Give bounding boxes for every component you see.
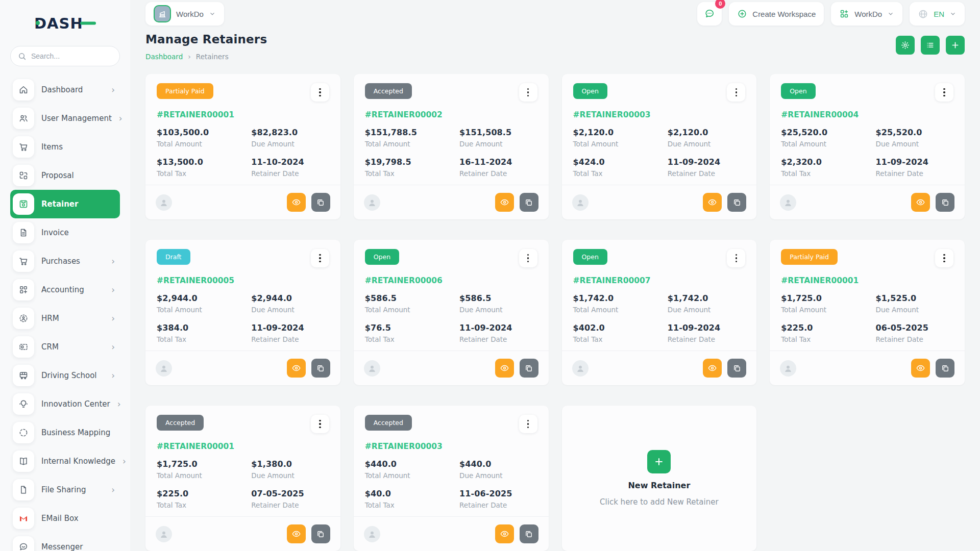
retainer-number[interactable]: #RETAINER00003 bbox=[573, 110, 746, 119]
avatar bbox=[572, 360, 589, 377]
circle-dashed-icon bbox=[13, 422, 34, 443]
view-button[interactable] bbox=[703, 359, 722, 378]
view-button[interactable] bbox=[495, 524, 514, 543]
due-amount-label: Due Amount bbox=[251, 471, 329, 480]
breadcrumb-dashboard[interactable]: Dashboard bbox=[145, 53, 183, 61]
duplicate-button[interactable] bbox=[520, 359, 538, 378]
duplicate-button[interactable] bbox=[936, 193, 954, 212]
view-button[interactable] bbox=[287, 524, 306, 543]
card-menu-button[interactable] bbox=[727, 249, 745, 267]
retainer-number[interactable]: #RETAINER00001 bbox=[157, 442, 329, 451]
sidebar-item-file-sharing[interactable]: File Sharing › bbox=[10, 475, 120, 504]
status-badge: Partialy Paid bbox=[781, 249, 838, 265]
duplicate-button[interactable] bbox=[311, 359, 330, 378]
bus-icon bbox=[13, 365, 34, 386]
avatar bbox=[364, 360, 380, 377]
sidebar-item-items[interactable]: Items bbox=[10, 133, 120, 161]
retainer-number[interactable]: #RETAINER00001 bbox=[781, 276, 953, 285]
card-menu-button[interactable] bbox=[311, 415, 329, 433]
card-menu-button[interactable] bbox=[519, 415, 537, 433]
sidebar-item-innovation-center[interactable]: Innovation Center › bbox=[10, 390, 120, 418]
invoice-icon bbox=[13, 222, 34, 243]
new-retainer-card[interactable]: New Retainer Click here to add New Retai… bbox=[562, 406, 757, 551]
card-menu-button[interactable] bbox=[311, 249, 329, 267]
view-button[interactable] bbox=[287, 193, 306, 212]
sidebar-item-proposal[interactable]: Proposal bbox=[10, 161, 120, 190]
sidebar-item-purchases[interactable]: Purchases › bbox=[10, 247, 120, 276]
card-menu-button[interactable] bbox=[935, 83, 953, 102]
list-view-button[interactable] bbox=[921, 36, 940, 55]
sidebar-item-hrm[interactable]: HRM › bbox=[10, 304, 120, 333]
due-amount-label: Due Amount bbox=[251, 140, 329, 148]
view-button[interactable] bbox=[287, 359, 306, 378]
chevron-right-icon: › bbox=[119, 114, 122, 123]
duplicate-button[interactable] bbox=[727, 193, 746, 212]
users-icon bbox=[13, 108, 34, 129]
duplicate-button[interactable] bbox=[520, 524, 538, 543]
view-button[interactable] bbox=[911, 193, 930, 212]
sidebar: DASH Dashboard › User Management › Items bbox=[0, 0, 130, 551]
page-head: Manage Retainers Dashboard › Retainers bbox=[145, 28, 965, 74]
sidebar-item-crm[interactable]: CRM › bbox=[10, 333, 120, 361]
retainer-date-label: Retainer Date bbox=[668, 335, 745, 343]
total-amount-label: Total Amount bbox=[157, 140, 246, 148]
chevron-right-icon: › bbox=[117, 400, 121, 409]
view-button[interactable] bbox=[911, 359, 930, 378]
sidebar-item-dashboard[interactable]: Dashboard › bbox=[10, 76, 120, 104]
sidebar-item-internal-knowledge[interactable]: Internal Knowledge › bbox=[10, 447, 120, 475]
sidebar-item-messenger[interactable]: Messenger bbox=[10, 533, 120, 551]
sidebar-item-business-mapping[interactable]: Business Mapping bbox=[10, 418, 120, 447]
view-button[interactable] bbox=[495, 359, 514, 378]
workspace-pill[interactable]: WorkDo bbox=[145, 2, 224, 26]
search-input[interactable] bbox=[31, 52, 112, 60]
retainer-date-value: 07-05-2025 bbox=[251, 489, 329, 498]
sidebar-item-invoice[interactable]: Invoice bbox=[10, 218, 120, 247]
globe-icon bbox=[918, 9, 928, 19]
book-icon bbox=[13, 450, 34, 472]
due-amount-value: $1,380.0 bbox=[251, 459, 329, 469]
card-menu-button[interactable] bbox=[727, 83, 745, 102]
retainer-number[interactable]: #RETAINER00002 bbox=[365, 110, 537, 119]
total-amount-value: $1,725.0 bbox=[157, 459, 246, 469]
avatar bbox=[572, 194, 589, 211]
breadcrumb: Dashboard › Retainers bbox=[145, 53, 267, 61]
settings-button[interactable] bbox=[896, 36, 915, 55]
sidebar-item-user-management[interactable]: User Management › bbox=[10, 104, 120, 133]
sidebar-item-driving-school[interactable]: Driving School › bbox=[10, 361, 120, 390]
chat-button[interactable]: 0 bbox=[697, 2, 722, 26]
retainer-number[interactable]: #RETAINER00001 bbox=[157, 110, 329, 119]
dash-logo[interactable]: DASH bbox=[10, 8, 120, 46]
duplicate-button[interactable] bbox=[727, 359, 746, 378]
duplicate-button[interactable] bbox=[936, 359, 954, 378]
plus-circle-icon bbox=[737, 9, 747, 19]
hrm-icon bbox=[13, 308, 34, 329]
add-retainer-button[interactable] bbox=[946, 36, 965, 55]
create-workspace-label: Create Workspace bbox=[752, 10, 816, 18]
duplicate-button[interactable] bbox=[311, 193, 330, 212]
retainer-number[interactable]: #RETAINER00005 bbox=[157, 276, 329, 285]
retainer-number[interactable]: #RETAINER00006 bbox=[365, 276, 537, 285]
retainer-number[interactable]: #RETAINER00007 bbox=[573, 276, 746, 285]
duplicate-button[interactable] bbox=[311, 524, 330, 543]
workspace-switcher[interactable]: WorkDo bbox=[831, 2, 902, 26]
status-badge: Open bbox=[365, 249, 399, 265]
card-menu-button[interactable] bbox=[519, 249, 537, 267]
sidebar-item-retainer[interactable]: Retainer bbox=[10, 190, 120, 218]
card-menu-button[interactable] bbox=[519, 83, 537, 102]
duplicate-button[interactable] bbox=[520, 193, 538, 212]
proposal-icon bbox=[13, 165, 34, 186]
total-tax-value: $402.0 bbox=[573, 323, 663, 333]
view-button[interactable] bbox=[703, 193, 722, 212]
card-menu-button[interactable] bbox=[311, 83, 329, 102]
sidebar-item-accounting[interactable]: Accounting › bbox=[10, 276, 120, 304]
chat-bubble-icon bbox=[704, 8, 715, 19]
status-badge: Open bbox=[573, 249, 607, 265]
retainer-number[interactable]: #RETAINER00003 bbox=[365, 442, 537, 451]
view-button[interactable] bbox=[495, 193, 514, 212]
new-retainer-subtitle: Click here to add New Retainer bbox=[600, 497, 719, 507]
card-menu-button[interactable] bbox=[935, 249, 953, 267]
create-workspace-button[interactable]: Create Workspace bbox=[729, 2, 824, 26]
retainer-number[interactable]: #RETAINER00004 bbox=[781, 110, 953, 119]
sidebar-item-email-box[interactable]: EMail Box bbox=[10, 504, 120, 533]
language-selector[interactable]: EN bbox=[910, 2, 965, 26]
